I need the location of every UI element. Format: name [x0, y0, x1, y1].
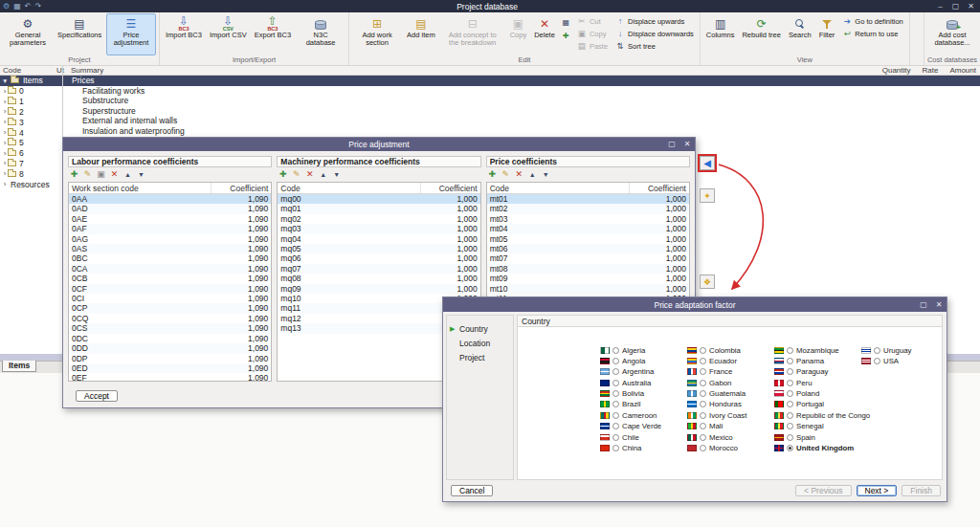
move-down-icon[interactable]: ▼: [541, 168, 551, 181]
country-option[interactable]: China: [600, 445, 683, 452]
edit-icon[interactable]: ✎: [501, 168, 511, 181]
price-adjustment-button[interactable]: ☰ Price adjustment: [106, 13, 156, 55]
add-item-button[interactable]: ▤ Add item: [404, 13, 438, 55]
chevron-right-icon[interactable]: ›: [0, 118, 8, 126]
column-quantity[interactable]: Quantity: [882, 66, 911, 75]
coefficient-row[interactable]: 0AE1,090: [69, 214, 271, 224]
country-radio[interactable]: [787, 390, 793, 397]
maximize-icon[interactable]: ▢: [916, 298, 931, 312]
country-radio[interactable]: [612, 358, 619, 364]
coefficient-row[interactable]: mq061,000: [278, 253, 479, 263]
column-summary[interactable]: Summary: [71, 66, 882, 75]
country-radio[interactable]: [700, 368, 706, 375]
coefficient-row[interactable]: 0AA1,090: [69, 194, 271, 204]
coefficient-row[interactable]: 0CF1,090: [69, 284, 271, 294]
coefficient-row[interactable]: mt021,000: [487, 204, 689, 213]
chevron-right-icon[interactable]: ›: [0, 169, 8, 178]
tree-header-row[interactable]: ▼ Items Prices: [0, 76, 980, 86]
coefficient-row[interactable]: mt031,000: [487, 214, 689, 224]
coefficient-row[interactable]: 0AS1,090: [69, 244, 271, 253]
country-radio[interactable]: [612, 368, 619, 375]
country-option[interactable]: Panama: [774, 357, 858, 364]
add-icon[interactable]: ✚: [278, 168, 288, 181]
code-column-header[interactable]: Code: [278, 183, 420, 193]
country-radio[interactable]: [787, 412, 793, 419]
coefficient-row[interactable]: 0BC1,090: [69, 253, 271, 263]
coefficient-row[interactable]: mt061,000: [487, 244, 689, 253]
country-radio[interactable]: [612, 401, 619, 407]
coefficient-row[interactable]: mq041,000: [278, 234, 479, 244]
chevron-right-icon[interactable]: ›: [0, 128, 8, 137]
coefficient-row[interactable]: mq031,000: [278, 224, 479, 233]
country-radio[interactable]: [874, 358, 880, 364]
country-radio[interactable]: [700, 401, 706, 407]
country-radio[interactable]: [787, 380, 793, 386]
country-option[interactable]: Cape Verde: [600, 423, 683, 430]
country-option[interactable]: Cameroon: [600, 411, 683, 419]
tree-folder-3[interactable]: ›3: [0, 117, 62, 127]
finish-button[interactable]: Finish: [902, 485, 941, 496]
country-radio[interactable]: [787, 401, 793, 407]
country-radio[interactable]: [787, 423, 793, 429]
yellow-tool-icon-2[interactable]: ❖: [700, 274, 715, 289]
country-option[interactable]: Gabon: [687, 379, 770, 386]
country-option[interactable]: Paraguay: [774, 368, 858, 376]
wizard-step-location[interactable]: Location: [447, 336, 513, 350]
delete-icon[interactable]: ✕: [514, 168, 524, 181]
sort-tree-button[interactable]: ⇅ Sort tree: [613, 40, 696, 52]
coefficient-row[interactable]: 0CI1,090: [69, 294, 271, 303]
coefficient-row[interactable]: 0EF1,090: [69, 373, 271, 381]
delete-icon[interactable]: ✕: [109, 168, 120, 181]
country-option[interactable]: USA: [861, 357, 945, 364]
redo-icon[interactable]: ↷: [34, 0, 41, 12]
country-option[interactable]: France: [687, 368, 770, 376]
undo-icon[interactable]: ↶: [25, 0, 32, 12]
country-radio[interactable]: [700, 358, 706, 364]
go-to-definition-button[interactable]: ➔ Go to definition: [840, 15, 904, 27]
move-down-icon[interactable]: ▼: [331, 168, 342, 181]
add-concept-button[interactable]: ⊟ Add concept to the breakdown: [440, 13, 505, 55]
column-rate[interactable]: Rate: [923, 66, 939, 75]
country-radio[interactable]: [787, 434, 793, 441]
country-option[interactable]: Bolivia: [600, 390, 683, 398]
delete-icon[interactable]: ✕: [304, 168, 315, 181]
country-radio[interactable]: [700, 380, 706, 386]
specifications-button[interactable]: ▤ Specifications: [55, 13, 104, 55]
country-option[interactable]: Ecuador: [687, 357, 770, 364]
code-column-header[interactable]: Work section code: [69, 183, 212, 193]
country-radio[interactable]: [787, 358, 793, 364]
paste-icon[interactable]: ▣: [96, 168, 106, 181]
search-button[interactable]: Search: [786, 13, 814, 55]
coefficient-row[interactable]: 0DP1,090: [69, 354, 271, 363]
tree-folder-8[interactable]: ›8: [0, 168, 62, 179]
coefficient-row[interactable]: 0CP1,090: [69, 303, 271, 313]
paste-button[interactable]: ▤ Paste: [575, 40, 610, 52]
displace-upwards-button[interactable]: ↑ Displace upwards: [613, 15, 696, 27]
coefficient-row[interactable]: 0DC1,090: [69, 334, 271, 343]
coefficient-row[interactable]: mq001,000: [278, 194, 479, 204]
column-ut[interactable]: Ut: [56, 66, 71, 75]
coefficient-row[interactable]: 0AG1,090: [69, 234, 271, 244]
tree-folder-4[interactable]: ›4: [0, 127, 62, 138]
coefficient-column-header[interactable]: Coefficient: [212, 183, 271, 193]
country-option[interactable]: United Kingdom: [774, 445, 858, 452]
country-radio[interactable]: [612, 423, 619, 429]
coefficient-row[interactable]: mt011,000: [487, 194, 689, 204]
coefficient-row[interactable]: mt071,000: [487, 253, 689, 263]
cut-button[interactable]: ✂ Cut: [575, 15, 610, 27]
accept-button[interactable]: Accept: [76, 390, 118, 402]
rebuild-tree-button[interactable]: ⟳ Rebuild tree: [739, 13, 783, 55]
coefficient-row[interactable]: 0CQ1,090: [69, 314, 271, 323]
displace-downwards-button[interactable]: ↓ Displace downwards: [613, 28, 696, 39]
country-option[interactable]: Brazil: [600, 401, 683, 408]
minimize-icon[interactable]: –: [933, 0, 947, 12]
country-radio[interactable]: [700, 412, 706, 419]
n3c-database-button[interactable]: N3C database: [296, 13, 345, 55]
country-option[interactable]: Colombia: [687, 346, 770, 354]
country-option[interactable]: Morocco: [687, 445, 770, 452]
summary-row[interactable]: Substructure: [63, 96, 980, 105]
tree-folder-7[interactable]: ›7: [0, 159, 62, 169]
country-option[interactable]: Angola: [600, 357, 683, 364]
summary-row[interactable]: Superstructure: [63, 106, 980, 116]
price-adaptation-factor-icon[interactable]: ◀: [700, 156, 715, 170]
